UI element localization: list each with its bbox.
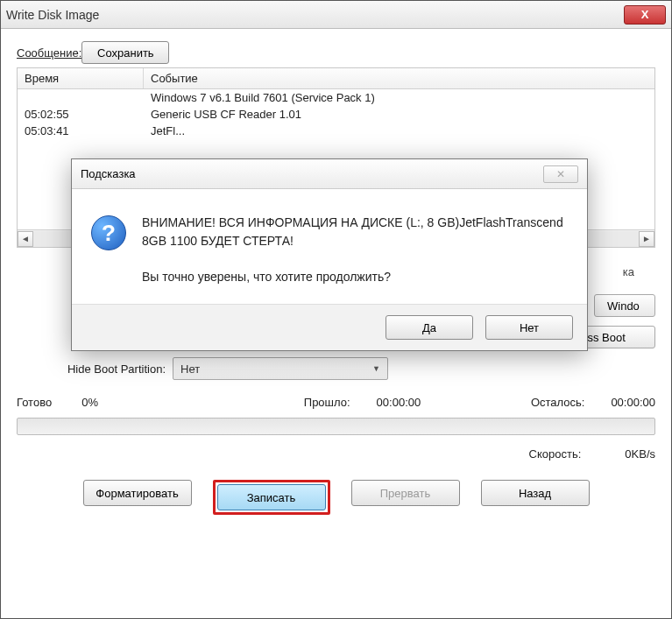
save-button[interactable]: Сохранить xyxy=(81,41,169,64)
titlebar: Write Disk Image X xyxy=(1,1,671,29)
dialog-title: Подсказка xyxy=(81,167,136,180)
col-header-event[interactable]: Событие xyxy=(144,68,654,88)
back-button[interactable]: Назад xyxy=(481,480,590,506)
chevron-down-icon: ▼ xyxy=(372,364,380,373)
speed-value: 0KB/s xyxy=(625,447,655,461)
dialog-message-2: Вы точно уверены, что хотите продолжить? xyxy=(142,268,568,286)
format-button[interactable]: Форматировать xyxy=(83,480,192,506)
col-header-time[interactable]: Время xyxy=(18,68,144,88)
remaining-value: 00:00:00 xyxy=(611,396,655,409)
elapsed-value: 00:00:00 xyxy=(377,396,421,409)
remaining-label: Осталось: xyxy=(531,396,585,409)
percent-value: 0% xyxy=(81,396,98,409)
confirm-dialog: Подсказка ✕ ? ВНИМАНИЕ! ВСЯ ИНФОРМАЦИЯ Н… xyxy=(71,158,588,351)
abort-button[interactable]: Прервать xyxy=(351,480,460,506)
no-button[interactable]: Нет xyxy=(485,315,573,340)
close-icon: ✕ xyxy=(556,168,565,180)
scroll-left-icon[interactable]: ◄ xyxy=(18,231,33,247)
highlight-box: Записать xyxy=(213,480,330,515)
window-title: Write Disk Image xyxy=(6,8,99,22)
close-icon: X xyxy=(641,8,649,21)
hide-boot-combo[interactable]: Нет ▼ xyxy=(173,357,388,380)
question-icon: ? xyxy=(91,215,126,250)
progress-bar xyxy=(17,418,655,435)
main-window: Write Disk Image X Сообщение: Сохранить … xyxy=(0,0,672,619)
table-row: 05:02:55 Generic USB CF Reader 1.01 xyxy=(18,106,654,123)
elapsed-label: Прошло: xyxy=(304,396,350,409)
write-button[interactable]: Записать xyxy=(217,484,326,510)
scroll-right-icon[interactable]: ► xyxy=(639,231,654,247)
dialog-message-1: ВНИМАНИЕ! ВСЯ ИНФОРМАЦИЯ НА ДИСКЕ (L:, 8… xyxy=(142,214,568,250)
close-button[interactable]: X xyxy=(624,5,666,25)
yes-button[interactable]: Да xyxy=(386,315,473,340)
speed-label: Скорость: xyxy=(529,447,582,461)
partial-label: ка xyxy=(623,265,634,278)
hide-boot-label: Hide Boot Partition: xyxy=(17,362,173,376)
message-label: Сообщение: xyxy=(17,46,81,60)
table-row: 05:03:41 JetFl... xyxy=(18,123,654,139)
table-row: Windows 7 v6.1 Build 7601 (Service Pack … xyxy=(18,89,654,106)
dialog-close-button[interactable]: ✕ xyxy=(543,165,578,183)
ready-label: Готово xyxy=(17,396,52,409)
windows-partial-button[interactable]: Windo xyxy=(594,294,655,317)
